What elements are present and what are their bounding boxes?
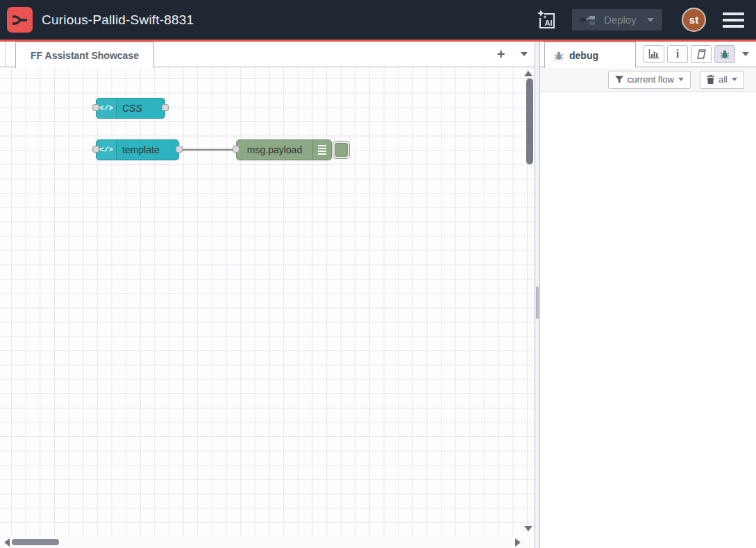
sidebar-tab-dashboard-button[interactable] — [644, 45, 664, 63]
scroll-down-arrow[interactable] — [524, 526, 532, 531]
sidebar-menu-chevron-button[interactable] — [738, 45, 753, 63]
scroll-right-arrow[interactable] — [515, 538, 521, 547]
deploy-options-chevron-icon[interactable] — [647, 18, 654, 22]
info-icon: i — [676, 48, 679, 60]
flow-canvas[interactable]: </> CSS </> template msg.payload — [0, 67, 535, 536]
bug-icon — [554, 51, 564, 60]
sidebar-splitter[interactable] — [535, 42, 540, 548]
sidebar: debug i — [540, 42, 756, 548]
deploy-nodes-icon — [580, 14, 596, 26]
splitter-grip[interactable] — [536, 286, 539, 319]
debug-filter-label: current flow — [628, 74, 674, 85]
sidebar-tab-debug[interactable]: debug — [544, 42, 636, 68]
code-icon: </> — [96, 99, 117, 118]
add-flow-button[interactable]: + — [489, 42, 512, 67]
ai-assistant-button[interactable]: AI — [532, 6, 561, 35]
horizontal-scrollbar[interactable] — [0, 536, 535, 548]
vertical-scrollbar-thumb[interactable] — [526, 78, 533, 164]
avatar-initials: st — [689, 14, 698, 26]
node-template[interactable]: </> template — [96, 139, 179, 160]
chevron-down-icon — [742, 52, 749, 56]
debug-clear-button[interactable]: all — [700, 71, 744, 89]
user-avatar[interactable]: st — [682, 8, 706, 32]
node-msg-payload[interactable]: msg.payload — [236, 139, 332, 160]
sidebar-tab-buttons: i — [644, 45, 753, 63]
node-css[interactable]: </> CSS — [96, 98, 165, 119]
debug-messages-panel — [540, 92, 756, 548]
debug-toolbar: current flow all — [540, 67, 756, 92]
deploy-label: Deploy — [604, 14, 637, 26]
debug-filter-button[interactable]: current flow — [608, 71, 691, 89]
node-red-editor: Curious-Pallid-Swift-8831 AI Deploy — [0, 0, 756, 548]
node-input-port[interactable] — [92, 146, 99, 153]
header: Curious-Pallid-Swift-8831 AI Deploy — [0, 0, 756, 42]
palette-edge — [5, 42, 6, 67]
node-label: msg.payload — [237, 144, 312, 155]
sidebar-tab-help-button[interactable] — [691, 45, 712, 63]
debug-enable-toggle-button[interactable] — [333, 141, 350, 159]
node-input-port[interactable] — [233, 146, 240, 153]
console-lines-icon — [312, 140, 331, 160]
flow-list-chevron-button[interactable] — [514, 42, 535, 67]
code-icon: </> — [96, 140, 117, 160]
chevron-down-icon — [678, 78, 684, 81]
node-output-port[interactable] — [176, 146, 183, 153]
bug-icon — [720, 49, 730, 59]
hamburger-menu-icon[interactable] — [723, 9, 744, 31]
sidebar-tab-info-button[interactable]: i — [667, 45, 688, 63]
bar-chart-icon — [648, 49, 660, 59]
book-icon — [696, 49, 707, 59]
flow-tab-ff-assistant-showcase[interactable]: FF Assistant Showcase — [15, 42, 154, 68]
ai-sparkle-icon: AI — [535, 8, 558, 32]
debug-clear-label: all — [719, 74, 728, 85]
scroll-up-arrow[interactable] — [524, 71, 532, 76]
sidebar-header: debug i — [540, 42, 756, 67]
node-input-port[interactable] — [92, 104, 99, 111]
logo-branch-glyph — [11, 11, 29, 29]
chevron-down-icon — [521, 52, 528, 56]
sidebar-tab-debug-button[interactable] — [714, 45, 735, 63]
scroll-left-arrow[interactable] — [4, 538, 10, 547]
funnel-icon — [615, 76, 623, 84]
deploy-button[interactable]: Deploy — [572, 9, 662, 31]
flow-tab-label: FF Assistant Showcase — [31, 50, 139, 61]
svg-text:AI: AI — [545, 19, 553, 27]
trash-icon — [707, 75, 714, 84]
wire-layer — [0, 67, 535, 536]
sidebar-tab-label: debug — [569, 50, 598, 61]
chevron-down-icon — [732, 78, 737, 81]
flowfuse-logo-icon[interactable] — [7, 7, 33, 33]
node-output-port[interactable] — [162, 104, 169, 111]
flow-tabbar: FF Assistant Showcase + — [0, 42, 535, 67]
horizontal-scrollbar-thumb[interactable] — [12, 539, 59, 545]
page-title: Curious-Pallid-Swift-8831 — [42, 12, 194, 28]
node-label: template — [117, 144, 178, 155]
node-label: CSS — [117, 103, 165, 114]
header-actions: AI Deploy st — [532, 6, 756, 35]
